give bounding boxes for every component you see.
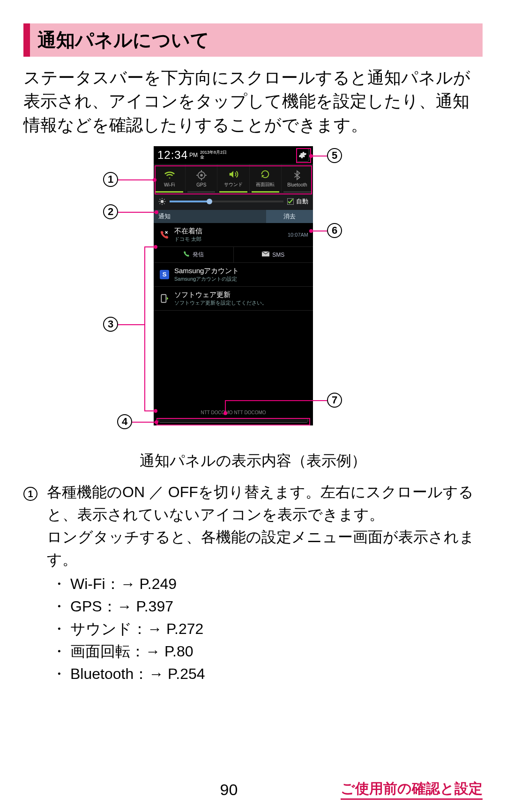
notif-action-label: SMS [272,252,284,258]
leader-1 [118,179,155,180]
leader-3-h [118,324,145,325]
leader-1-dot [153,178,156,182]
rotate-icon [260,169,270,180]
leader-3-t2 [144,410,155,411]
sublist-text: Bluetooth：→ P.254 [70,663,205,685]
leader-5-dot [309,154,313,158]
clock-time: 12:34 [157,149,188,162]
drag-handle[interactable] [158,418,308,423]
callout-1: 1 [103,172,118,187]
wifi-icon [164,170,175,181]
notification-item[interactable]: SSamsungアカウントSamsungアカウントの設定 [154,263,313,287]
bluetooth-icon [292,170,302,181]
toggle-label: Wi-Fi [164,182,175,187]
leader-4-dot [155,420,158,424]
check-icon [288,199,293,204]
notif-title: ソフトウェア更新 [174,291,308,299]
sublist-text: サウンド：→ P.272 [70,618,203,640]
sound-icon [228,169,238,180]
sublist-item: ・Wi-Fi：→ P.249 [52,573,483,595]
phone-screenshot: 12:34 PM 2013年8月2日金 Wi-FiGPSサウンド画面回転Blue… [154,146,313,425]
leader-3-t1 [144,246,155,247]
sublist-text: GPS：→ P.397 [70,595,173,618]
leader-2 [118,212,156,213]
page-number: 90 [117,781,341,799]
toggle-rotate[interactable]: 画面回転 [250,164,282,193]
notification-list: 不在着信ドコモ 太郎10:07AM発信SMSSSamsungアカウントSamsu… [154,223,313,311]
toggle-label: サウンド [224,181,243,188]
brightness-row[interactable]: 自動 [154,193,313,210]
brightness-icon [158,198,166,205]
svg-point-6 [161,200,164,203]
leader-7-v [225,400,226,412]
desc-item-1: 1 各種機能のON ／ OFFを切り替えます。左右にスクロールすると、表示されて… [23,481,483,571]
status-bar: 12:34 PM 2013年8月2日金 [154,146,313,164]
sublist-text: Wi-Fi：→ P.249 [70,573,177,595]
quick-toggle-row[interactable]: Wi-FiGPSサウンド画面回転Bluetooth [154,164,313,193]
carrier-label: NTT DOCOMO NTT DOCOMO [154,410,313,415]
desc-sublist: ・Wi-Fi：→ P.249・GPS：→ P.397・サウンド：→ P.272・… [52,573,483,685]
leader-7-dot [223,411,227,415]
desc-marker-1: 1 [23,487,37,501]
figure-area: 12:34 PM 2013年8月2日金 Wi-FiGPSサウンド画面回転Blue… [23,146,483,474]
auto-brightness-label: 自動 [296,197,308,206]
notif-title: 不在着信 [174,227,288,236]
svg-rect-16 [161,295,166,303]
svg-line-13 [160,203,160,204]
desc-body-1: 各種機能のON ／ OFFを切り替えます。左右にスクロールすると、表示されていな… [47,481,483,571]
phone-icon [183,251,190,259]
leader-3-v [144,246,145,410]
notif-subtitle: ドコモ 太郎 [174,236,288,243]
description-list: 1 各種機能のON ／ OFFを切り替えます。左右にスクロールすると、表示されて… [23,481,483,685]
clock-ampm: PM [189,152,198,158]
settings-button[interactable] [296,149,309,162]
toggle-sound[interactable]: サウンド [217,164,249,193]
notif-subtitle: ソフトウェア更新を設定してください。 [174,299,308,306]
auto-brightness-checkbox[interactable] [287,198,294,205]
notification-header: 通知 消去 [154,210,313,223]
samsung-icon: S [158,270,171,279]
toggle-bluetooth[interactable]: Bluetooth [282,164,313,193]
missed-call-icon [158,230,171,239]
callout-7: 7 [327,393,342,408]
clear-button[interactable]: 消去 [266,210,313,223]
sublist-text: 画面回転：→ P.80 [70,640,193,663]
toggle-gps[interactable]: GPS [186,164,217,193]
section-title: 通知パネルについて [37,27,475,53]
svg-line-14 [164,199,164,200]
callout-4: 4 [117,414,132,429]
notif-subtitle: Samsungアカウントの設定 [174,276,308,283]
leader-6 [311,231,327,231]
notif-action-label: 発信 [193,251,204,259]
notif-title: Samsungアカウント [174,267,308,276]
chapter-label: ご使用前の確認と設定 [341,779,483,800]
notif-action-phone[interactable]: 発信 [154,247,234,262]
leader-6-dot [309,229,313,233]
toggle-wifi[interactable]: Wi-Fi [154,164,186,193]
leader-5 [311,156,327,156]
svg-point-0 [200,174,203,177]
gear-icon [298,151,307,159]
sublist-item: ・GPS：→ P.397 [52,595,483,618]
sublist-item: ・Bluetooth：→ P.254 [52,663,483,685]
callout-3: 3 [103,317,118,332]
callout-6: 6 [327,223,342,238]
sms-icon [262,251,269,258]
notification-item[interactable]: 不在着信ドコモ 太郎10:07AM [154,223,313,247]
page-footer: 90 ご使用前の確認と設定 [0,779,506,800]
leader-3-d1 [154,245,157,249]
svg-line-11 [160,199,160,200]
callout-2: 2 [103,204,118,219]
leader-7-h [225,400,327,401]
brightness-slider[interactable] [170,201,283,202]
toggle-label: GPS [196,182,206,187]
notification-item[interactable]: ソフトウェア更新ソフトウェア更新を設定してください。 [154,287,313,311]
toggle-label: Bluetooth [287,182,307,187]
svg-line-12 [164,203,164,204]
notif-action-sms[interactable]: SMS [234,247,313,262]
notif-time: 10:07AM [288,232,308,238]
intro-text: ステータスバーを下方向にスクロールすると通知パネルが表示され、アイコンをタップし… [23,66,483,137]
sublist-item: ・画面回転：→ P.80 [52,640,483,663]
update-icon [158,294,171,303]
status-date: 2013年8月2日金 [200,150,227,160]
